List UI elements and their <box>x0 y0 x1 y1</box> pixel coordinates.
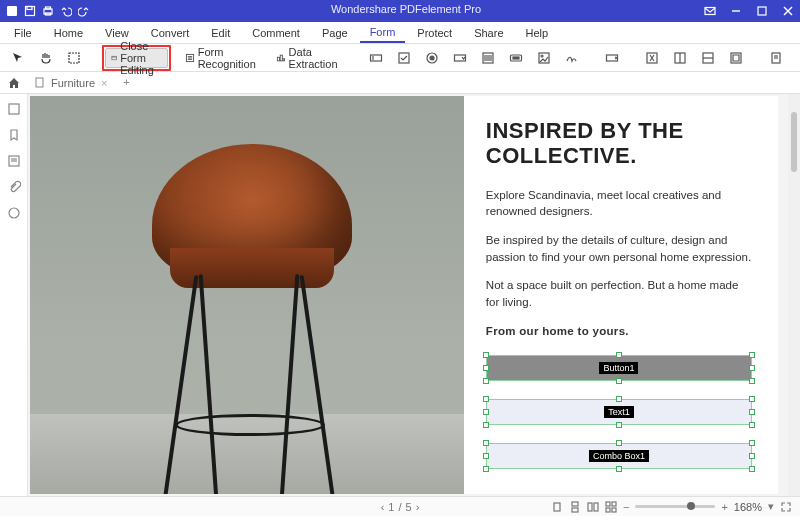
mail-icon[interactable] <box>704 5 716 17</box>
svg-rect-58 <box>554 503 560 511</box>
new-tab-button[interactable]: + <box>119 76 133 90</box>
app-logo-icon <box>6 5 18 17</box>
form-tool-d[interactable] <box>724 48 748 68</box>
button-tool[interactable] <box>504 48 528 68</box>
page-heading: INSPIRED BY THE COLLECTIVE. <box>486 118 752 169</box>
textfield-tool[interactable] <box>364 48 388 68</box>
menu-share[interactable]: Share <box>464 24 513 42</box>
search-panel-icon[interactable] <box>7 154 21 168</box>
scrollbar-thumb[interactable] <box>791 112 797 172</box>
chair-illustration <box>97 114 397 494</box>
page-total: 5 <box>406 501 412 513</box>
svg-rect-18 <box>370 55 381 61</box>
document-tab[interactable]: Furniture × <box>28 75 113 91</box>
page-text-area: INSPIRED BY THE COLLECTIVE. Explore Scan… <box>464 96 778 494</box>
svg-rect-0 <box>7 6 17 16</box>
combobox-tool[interactable] <box>448 48 472 68</box>
paragraph-2: Be inspired by the details of culture, d… <box>486 232 752 265</box>
zoom-slider[interactable] <box>635 505 715 508</box>
pdf-page[interactable]: INSPIRED BY THE COLLECTIVE. Explore Scan… <box>30 96 778 494</box>
svg-point-31 <box>541 55 543 57</box>
vertical-scrollbar[interactable] <box>788 94 800 496</box>
properties-tool[interactable] <box>764 48 788 68</box>
thumbnails-icon[interactable] <box>7 102 21 116</box>
page-navigator: ‹ 1 / 5 › <box>381 501 420 513</box>
form-text-field[interactable]: Text1 <box>486 399 752 425</box>
document-tabstrip: Furniture × + <box>0 72 800 94</box>
pointer-tool[interactable] <box>6 48 30 68</box>
undo-icon[interactable] <box>60 5 72 17</box>
form-tool-c[interactable] <box>696 48 720 68</box>
tagline: From our home to yours. <box>486 323 752 340</box>
form-tool-b[interactable] <box>668 48 692 68</box>
svg-rect-16 <box>280 55 282 61</box>
signature-tool[interactable] <box>560 48 584 68</box>
form-button-field[interactable]: Button1 <box>486 355 752 381</box>
svg-rect-65 <box>606 508 610 512</box>
svg-rect-59 <box>572 502 578 506</box>
more-fields-tool[interactable] <box>600 48 624 68</box>
redo-icon[interactable] <box>78 5 90 17</box>
menu-edit[interactable]: Edit <box>201 24 240 42</box>
form-ribbon: Close Form Editing Form Recognition Data… <box>0 44 800 72</box>
svg-rect-61 <box>588 503 592 511</box>
zoom-out-icon[interactable]: − <box>623 501 629 513</box>
menu-file[interactable]: File <box>4 24 42 42</box>
select-tool[interactable] <box>62 48 86 68</box>
doc-icon <box>34 77 45 88</box>
tab-close-icon[interactable]: × <box>101 77 107 89</box>
view-facing-cont-icon[interactable] <box>605 501 617 513</box>
close-icon[interactable] <box>782 5 794 17</box>
maximize-icon[interactable] <box>756 5 768 17</box>
svg-rect-29 <box>513 57 519 59</box>
menu-protect[interactable]: Protect <box>407 24 462 42</box>
save-icon[interactable] <box>24 5 36 17</box>
form-recognition-button[interactable]: Form Recognition <box>179 48 266 68</box>
comments-icon[interactable] <box>7 206 21 220</box>
radio-tool[interactable] <box>420 48 444 68</box>
doc-tab-label: Furniture <box>51 77 95 89</box>
attachments-icon[interactable] <box>7 180 21 194</box>
page-current: 1 <box>388 501 394 513</box>
title-bar: Wondershare PDFelement Pro <box>0 0 800 22</box>
page-prev-icon[interactable]: ‹ <box>381 501 385 513</box>
svg-rect-20 <box>399 53 409 63</box>
data-extraction-button[interactable]: Data Extraction <box>270 48 348 68</box>
paragraph-1: Explore Scandinavia, meet local creative… <box>486 187 752 220</box>
view-continuous-icon[interactable] <box>569 501 581 513</box>
svg-rect-64 <box>612 502 616 506</box>
side-panel <box>0 94 28 496</box>
form-tool-a[interactable] <box>640 48 664 68</box>
svg-rect-4 <box>46 7 51 9</box>
listbox-tool[interactable] <box>476 48 500 68</box>
menu-home[interactable]: Home <box>44 24 93 42</box>
view-single-icon[interactable] <box>551 501 563 513</box>
app-title: Wondershare PDFelement Pro <box>6 3 800 15</box>
page-area: INSPIRED BY THE COLLECTIVE. Explore Scan… <box>28 94 800 496</box>
minimize-icon[interactable] <box>730 5 742 17</box>
paragraph-3: Not a space built on perfection. But a h… <box>486 277 752 310</box>
svg-rect-17 <box>283 58 284 60</box>
page-next-icon[interactable]: › <box>416 501 420 513</box>
menu-help[interactable]: Help <box>516 24 559 42</box>
svg-point-57 <box>9 208 19 218</box>
checkbox-tool[interactable] <box>392 48 416 68</box>
home-icon[interactable] <box>8 77 20 89</box>
menu-form[interactable]: Form <box>360 23 406 43</box>
menu-page[interactable]: Page <box>312 24 358 42</box>
bookmarks-icon[interactable] <box>7 128 21 142</box>
svg-rect-11 <box>69 53 79 63</box>
zoom-dropdown-icon[interactable]: ▾ <box>768 500 774 513</box>
print-icon[interactable] <box>42 5 54 17</box>
menu-comment[interactable]: Comment <box>242 24 310 42</box>
hand-tool[interactable] <box>34 48 58 68</box>
zoom-in-icon[interactable]: + <box>721 501 727 513</box>
svg-rect-12 <box>112 56 116 60</box>
image-field-tool[interactable] <box>532 48 556 68</box>
form-combo-field[interactable]: Combo Box1 <box>486 443 752 469</box>
svg-rect-8 <box>758 7 766 15</box>
view-facing-icon[interactable] <box>587 501 599 513</box>
svg-rect-15 <box>277 57 279 61</box>
fullscreen-icon[interactable] <box>780 501 792 513</box>
close-form-editing-button[interactable]: Close Form Editing <box>105 48 168 68</box>
